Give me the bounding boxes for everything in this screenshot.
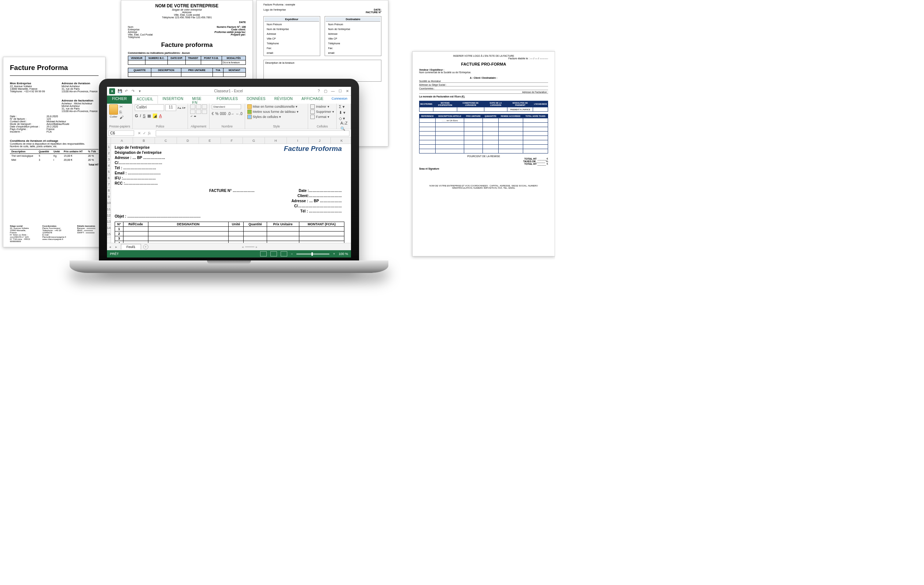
excel-titlebar: X 💾 ↶ ↷ ▾ Classeur1 - Excel ? ▢ — ☐ ✕	[107, 87, 351, 96]
zoom-in-icon[interactable]: +	[333, 252, 335, 256]
qat-more-icon[interactable]: ▾	[137, 89, 142, 94]
underline-button[interactable]: S	[143, 114, 145, 118]
excel-window: X 💾 ↶ ↷ ▾ Classeur1 - Excel ? ▢ — ☐ ✕	[107, 87, 351, 257]
fill-icon[interactable]: ⬇ ▾	[339, 110, 348, 115]
excel-app-icon: X	[109, 88, 115, 94]
zoom-slider[interactable]	[296, 254, 329, 255]
help-icon[interactable]: ?	[318, 89, 320, 93]
fill-color-icon[interactable]: ◢	[153, 114, 157, 118]
row-headers[interactable]: 123456789101112131415	[107, 137, 111, 243]
exp-head: Expéditeur	[264, 17, 319, 21]
increase-font-icon[interactable]: A▴	[177, 106, 181, 110]
group-edit: Σ ▾ ⬇ ▾ ◇ ▾ A↓Z 🔍 Édition	[337, 104, 351, 129]
d4-currency: La monnaie de Facturation est l'Euro (€)…	[419, 95, 548, 98]
currency-icon[interactable]: €	[212, 112, 214, 116]
cut-icon[interactable]: ✂	[119, 104, 124, 109]
page-break-view-icon[interactable]	[280, 251, 287, 256]
sheet-tab-feuil1[interactable]: Feuil1	[121, 244, 141, 249]
bold-button[interactable]: G	[135, 114, 138, 118]
dec-decimal-icon[interactable]: ←.0	[236, 112, 242, 116]
sheet-table: N°Réf/CodeDESIGNATIONUnitéQuantitéPrix U…	[115, 222, 345, 243]
normal-view-icon[interactable]	[260, 251, 267, 256]
thousands-icon[interactable]: 000	[220, 112, 226, 116]
autosum-icon[interactable]: Σ ▾	[339, 104, 348, 109]
tab-formules[interactable]: FORMULES	[212, 96, 242, 104]
merge-icon[interactable]: ⬌	[194, 115, 196, 118]
format-painter-icon[interactable]: 🖌	[119, 115, 124, 119]
undo-icon[interactable]: ↶	[124, 89, 129, 94]
decrease-font-icon[interactable]: A▾	[182, 106, 185, 110]
redo-icon[interactable]: ↷	[130, 89, 135, 94]
d2-client: NomEntrepriseAdresseVille, État, Cod Pos…	[128, 26, 187, 38]
company-name: Mon Entreprise	[10, 82, 47, 85]
doc2-company: NOM DE VOTRE ENTREPRISE	[128, 3, 246, 8]
tab-donnees[interactable]: DONNÉES	[242, 96, 270, 104]
tab-revision[interactable]: RÉVISION	[270, 96, 297, 104]
number-format-combo[interactable]: Standard	[212, 104, 241, 109]
format-as-table-button[interactable]: Mettre sous forme de tableau ▾	[247, 110, 306, 114]
cancel-formula-icon[interactable]: ✕	[138, 131, 141, 135]
group-style: Mise en forme conditionnelle ▾ Mettre so…	[245, 104, 309, 129]
copy-icon[interactable]: ⎘	[119, 110, 124, 114]
inc-decimal-icon[interactable]: .0→	[228, 112, 234, 116]
paste-button[interactable]: Coller	[109, 104, 118, 125]
d4-foot: NOM DE VOTRE ENTREPRISE ET VOS COORDONNE…	[419, 185, 548, 189]
italic-button[interactable]: I	[140, 114, 141, 118]
tab-mise-en-page[interactable]: MISE EN PAGE	[188, 96, 212, 104]
sheet-nav-next-icon[interactable]: ▸	[113, 245, 119, 249]
column-headers[interactable]: ABCDEFGHIJK	[111, 137, 351, 144]
zoom-level[interactable]: 100 %	[338, 252, 348, 256]
sheet-c: C/………………………………	[294, 204, 342, 208]
enter-formula-icon[interactable]: ✓	[143, 131, 146, 135]
format-cells-button[interactable]: Format ▾	[310, 115, 334, 119]
ribbon: Coller ✂ ⎘ 🖌 Presse-papiers Calibri 11	[107, 104, 351, 129]
save-icon[interactable]: 💾	[117, 89, 122, 94]
d4-hdr: INSERER VOTRE LOGO À L'EN-TETE DE LA FAC…	[419, 54, 548, 57]
fx-icon[interactable]: fx	[148, 131, 150, 135]
close-icon[interactable]: ✕	[346, 89, 349, 93]
d4-title: FACTURE PRO-FORMA	[419, 62, 548, 66]
tab-insertion[interactable]: INSERTION	[158, 96, 188, 104]
sheet-content: Facture Proforma Logo de l'entrepriseDés…	[115, 145, 349, 243]
cell-styles-button[interactable]: Styles de cellules ▾	[247, 115, 306, 119]
tab-affichage[interactable]: AFFICHAGE	[297, 96, 328, 104]
ribbon-tabs: FICHIER ACCUEIL INSERTION MISE EN PAGE F…	[107, 96, 351, 104]
d2-title: Facture proforma	[128, 41, 246, 49]
ribbon-options-icon[interactable]: ▢	[324, 89, 327, 93]
formula-input[interactable]	[156, 130, 350, 136]
page-layout-view-icon[interactable]	[271, 251, 277, 256]
font-size-combo[interactable]: 11	[165, 104, 176, 111]
number-label: Nombre	[212, 125, 243, 128]
maximize-icon[interactable]: ☐	[338, 89, 342, 93]
formula-bar: C6 ✕ ✓ fx	[107, 129, 351, 137]
d2-addr: Adresse	[128, 11, 246, 13]
group-cells: Insérer ▾ Supprimer ▾ Format ▾ Cellules	[308, 104, 337, 129]
tab-file[interactable]: FICHIER	[107, 96, 132, 104]
status-ready: PRÊT	[110, 252, 119, 256]
tab-accueil[interactable]: ACCUEIL	[132, 96, 158, 104]
sheet-nav-prev-icon[interactable]: ◂	[107, 245, 113, 249]
connexion-link[interactable]: Connexion	[328, 96, 351, 104]
minimize-icon[interactable]: —	[331, 89, 335, 93]
font-name-combo[interactable]: Calibri	[135, 104, 164, 111]
name-box[interactable]: C6	[109, 130, 134, 136]
clear-icon[interactable]: ◇ ▾	[339, 116, 348, 121]
delete-cells-button[interactable]: Supprimer ▾	[310, 110, 334, 114]
percent-icon[interactable]: %	[215, 112, 218, 116]
cells-label: Cellules	[310, 125, 334, 128]
conditional-format-button[interactable]: Mise en forme conditionnelle ▾	[247, 104, 306, 109]
group-alignment: ⤶⬌ Alignement	[188, 104, 210, 129]
zoom-out-icon[interactable]: −	[291, 252, 293, 256]
addr2: 13000 Marseille, France	[10, 87, 47, 90]
insert-cells-button[interactable]: Insérer ▾	[310, 104, 334, 109]
sort-filter-icon[interactable]: A↓Z	[340, 121, 348, 125]
wrap-text-icon[interactable]: ⤶	[190, 115, 193, 118]
spreadsheet-grid[interactable]: 123456789101112131415 ABCDEFGHIJK Factur…	[107, 137, 351, 243]
template-doc-right: INSERER VOTRE LOGO À L'EN-TETE DE LA FAC…	[412, 51, 555, 256]
d2-city: Ville, État, Code postal	[128, 13, 246, 16]
comments: Commentaires ou indications particulière…	[128, 52, 190, 54]
d4-vend2: Nom commercial de la Société ou de l'Ent…	[419, 71, 548, 74]
border-icon[interactable]: ▦	[147, 114, 151, 118]
font-color-icon[interactable]: A	[159, 114, 162, 118]
add-sheet-button[interactable]: +	[143, 244, 148, 249]
